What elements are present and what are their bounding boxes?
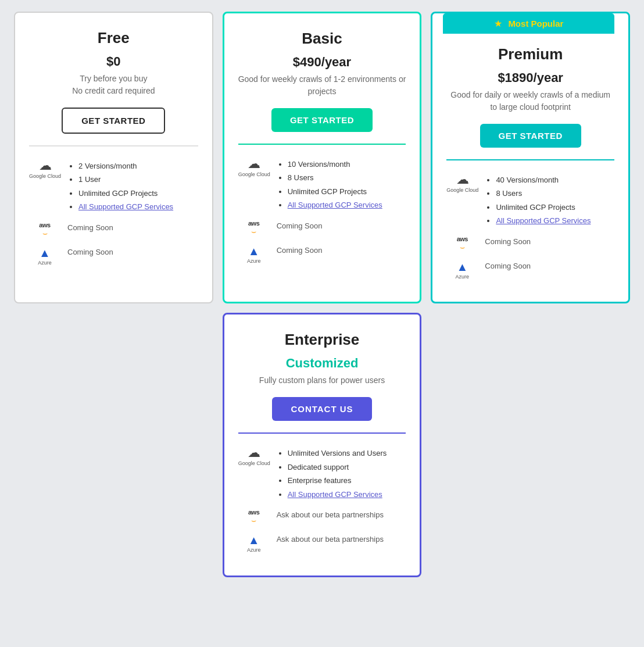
gcp-label-enterprise: Google Cloud — [238, 460, 270, 467]
gcp-logo-free: ☁ Google Cloud — [29, 158, 61, 180]
gcp-logo-premium: ☁ Google Cloud — [446, 172, 478, 194]
premium-feature-1: 40 Versions/month — [496, 173, 614, 187]
gcp-logo-enterprise: ☁ Google Cloud — [238, 445, 270, 467]
enterprise-gcp-feature-list: Unlimited Versions and Users Dedicated s… — [277, 446, 406, 501]
free-divider — [29, 145, 198, 146]
azure-logo-basic: ▲ Azure — [238, 245, 270, 264]
azure-logo-enterprise: ▲ Azure — [238, 534, 270, 553]
free-feature-2: 1 User — [78, 173, 198, 186]
aws-logo-enterprise: aws ⌣ — [238, 509, 270, 526]
cloud-icon-premium: ☁ — [456, 172, 469, 187]
premium-gcp-row: ☁ Google Cloud 40 Versions/month 8 Users… — [446, 172, 614, 228]
free-aws-coming-soon: Coming Soon — [67, 222, 198, 232]
free-title: Free — [29, 29, 198, 47]
enterprise-title: Enterprise — [238, 331, 406, 349]
free-gcp-feature-list: 2 Versions/month 1 User Unlimited GCP Pr… — [68, 159, 198, 214]
basic-price: $490/year — [238, 55, 406, 70]
basic-feature-4: All Supported GCP Services — [288, 198, 406, 212]
basic-azure-coming-soon: Coming Soon — [277, 245, 406, 255]
premium-title: Premium — [446, 45, 614, 63]
free-feature-3: Unlimited GCP Projects — [78, 187, 198, 200]
enterprise-feature-2: Dedicated support — [288, 460, 406, 474]
gcp-logo-basic: ☁ Google Cloud — [238, 156, 270, 178]
basic-azure-section: ▲ Azure Coming Soon — [238, 245, 406, 264]
enterprise-azure-text: Ask about our beta partnerships — [277, 534, 406, 544]
aws-text-basic: aws — [248, 220, 259, 227]
free-azure-row: ▲ Azure Coming Soon — [29, 246, 198, 266]
premium-price: $1890/year — [446, 70, 614, 85]
azure-logo-free: ▲ Azure — [29, 246, 60, 266]
free-feature-4: All Supported GCP Services — [78, 200, 198, 213]
most-popular-banner: ★ Most Popular — [443, 13, 614, 34]
premium-gcp-services-link[interactable]: All Supported GCP Services — [496, 216, 591, 225]
basic-gcp-feature-list: 10 Versions/month 8 Users Unlimited GCP … — [277, 158, 406, 212]
basic-feature-2: 8 Users — [288, 171, 406, 184]
aws-text-premium: aws — [457, 236, 468, 242]
basic-aws-row: aws ⌣ Coming Soon — [238, 220, 406, 237]
aws-text-free: aws — [39, 222, 50, 228]
enterprise-azure-section: ▲ Azure Ask about our beta partnerships — [238, 534, 406, 553]
free-aws-section: aws ⌣ Coming Soon — [29, 222, 198, 238]
free-desc: Try before you buyNo credit card require… — [29, 73, 198, 97]
aws-smile-enterprise: ⌣ — [251, 516, 256, 526]
gcp-label-premium: Google Cloud — [446, 187, 478, 194]
cloud-icon-free: ☁ — [39, 158, 52, 173]
most-popular-text: Most Popular — [508, 19, 563, 28]
basic-aws-section: aws ⌣ Coming Soon — [238, 220, 406, 237]
enterprise-aws-row: aws ⌣ Ask about our beta partnerships — [238, 509, 406, 526]
enterprise-gcp-section: ☁ Google Cloud Unlimited Versions and Us… — [238, 445, 406, 501]
aws-text-enterprise: aws — [248, 509, 259, 516]
cloud-icon-enterprise: ☁ — [248, 445, 260, 460]
free-get-started-button[interactable]: GET STARTED — [62, 108, 165, 134]
premium-aws-row: aws ⌣ Coming Soon — [446, 236, 614, 252]
premium-feature-4: All Supported GCP Services — [496, 214, 614, 227]
enterprise-gcp-services-link[interactable]: All Supported GCP Services — [288, 490, 382, 499]
premium-azure-section: ▲ Azure Coming Soon — [446, 260, 614, 280]
card-enterprise: Enterprise Customized Fully custom plans… — [223, 313, 422, 577]
enterprise-desc: Fully custom plans for power users — [238, 374, 406, 387]
premium-azure-row: ▲ Azure Coming Soon — [446, 260, 614, 280]
aws-logo-premium: aws ⌣ — [446, 236, 478, 252]
free-price: $0 — [29, 54, 198, 69]
basic-gcp-row: ☁ Google Cloud 10 Versions/month 8 Users… — [238, 156, 406, 212]
enterprise-azure-row: ▲ Azure Ask about our beta partnerships — [238, 534, 406, 553]
azure-triangle-basic: ▲ — [248, 245, 260, 258]
premium-feature-3: Unlimited GCP Projects — [496, 201, 614, 214]
basic-feature-3: Unlimited GCP Projects — [288, 185, 406, 198]
enterprise-gcp-features: Unlimited Versions and Users Dedicated s… — [277, 445, 406, 501]
azure-triangle-enterprise: ▲ — [248, 534, 260, 547]
free-gcp-row: ☁ Google Cloud 2 Versions/month 1 User U… — [29, 158, 198, 214]
pricing-grid: Free $0 Try before you buyNo credit card… — [14, 12, 630, 577]
enterprise-feature-4: All Supported GCP Services — [288, 488, 406, 501]
premium-gcp-feature-list: 40 Versions/month 8 Users Unlimited GCP … — [485, 173, 614, 228]
basic-feature-1: 10 Versions/month — [288, 158, 406, 171]
enterprise-divider — [238, 432, 406, 434]
enterprise-aws-text: Ask about our beta partnerships — [277, 509, 406, 519]
aws-smile-free: ⌣ — [42, 228, 48, 238]
basic-azure-row: ▲ Azure Coming Soon — [238, 245, 406, 264]
card-premium: ★ Most Popular Premium $1890/year Good f… — [431, 12, 630, 303]
basic-get-started-button[interactable]: GET STARTED — [271, 108, 373, 132]
aws-smile-basic: ⌣ — [251, 227, 256, 237]
basic-gcp-section: ☁ Google Cloud 10 Versions/month 8 Users… — [238, 156, 406, 212]
free-gcp-services-link[interactable]: All Supported GCP Services — [78, 202, 173, 211]
enterprise-contact-us-button[interactable]: CONTACT US — [272, 397, 371, 421]
azure-logo-premium: ▲ Azure — [446, 260, 478, 280]
card-basic: Basic $490/year Good for weekly crawls o… — [223, 12, 422, 303]
free-azure-section: ▲ Azure Coming Soon — [29, 246, 198, 266]
premium-desc: Good for daily or weekly crawls of a med… — [446, 89, 614, 113]
premium-gcp-features: 40 Versions/month 8 Users Unlimited GCP … — [485, 172, 614, 228]
premium-get-started-button[interactable]: GET STARTED — [480, 124, 581, 148]
premium-divider — [446, 159, 614, 160]
card-free: Free $0 Try before you buyNo credit card… — [14, 12, 213, 303]
basic-gcp-services-link[interactable]: All Supported GCP Services — [288, 201, 382, 209]
gcp-label-basic: Google Cloud — [238, 171, 270, 178]
free-gcp-features: 2 Versions/month 1 User Unlimited GCP Pr… — [68, 158, 198, 214]
free-aws-row: aws ⌣ Coming Soon — [29, 222, 198, 238]
cloud-icon-basic: ☁ — [248, 156, 260, 171]
azure-label-free: Azure — [38, 260, 52, 266]
premium-aws-coming-soon: Coming Soon — [485, 236, 614, 246]
azure-label-premium: Azure — [456, 274, 470, 280]
free-gcp-section: ☁ Google Cloud 2 Versions/month 1 User U… — [29, 158, 198, 214]
free-azure-coming-soon: Coming Soon — [67, 246, 198, 256]
